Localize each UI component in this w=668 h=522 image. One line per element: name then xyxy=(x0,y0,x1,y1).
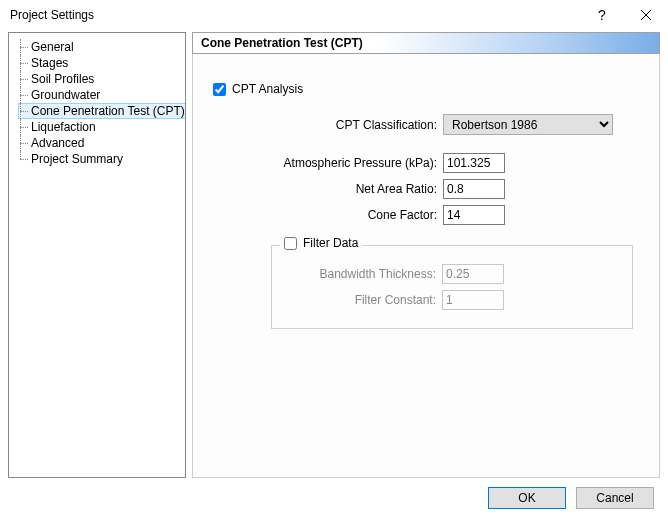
cancel-button[interactable]: Cancel xyxy=(576,487,654,509)
cone-input[interactable] xyxy=(443,205,505,225)
tree-item-label: Groundwater xyxy=(19,88,100,102)
tree-twig-icon xyxy=(17,119,29,135)
nav-tree: GeneralStagesSoil ProfilesGroundwaterCon… xyxy=(8,32,186,478)
main-panel: Cone Penetration Test (CPT) CPT Analysis… xyxy=(192,32,660,478)
tree-twig-icon xyxy=(17,39,29,55)
filter-group: Filter Data Bandwidth Thickness: Filter … xyxy=(271,245,633,329)
tree-twig-icon xyxy=(17,87,29,103)
ratio-label: Net Area Ratio: xyxy=(213,182,443,196)
pressure-input[interactable] xyxy=(443,153,505,173)
tree-item-groundwater[interactable]: Groundwater xyxy=(11,87,183,103)
title-bar: Project Settings ? xyxy=(0,0,668,30)
constant-row: Filter Constant: xyxy=(282,290,622,310)
dialog-footer: OK Cancel xyxy=(0,478,668,518)
tree-item-label: Liquefaction xyxy=(19,120,96,134)
tree-item-label: Soil Profiles xyxy=(19,72,94,86)
bandwidth-label: Bandwidth Thickness: xyxy=(282,267,442,281)
content-area: GeneralStagesSoil ProfilesGroundwaterCon… xyxy=(0,30,668,478)
tree-twig-icon xyxy=(17,135,29,151)
filter-legend: Filter Data xyxy=(280,236,362,250)
classification-label: CPT Classification: xyxy=(213,118,443,132)
window-title: Project Settings xyxy=(10,8,580,22)
classification-select[interactable]: Robertson 1986 xyxy=(443,114,613,135)
filter-checkbox[interactable] xyxy=(284,237,297,250)
classification-row: CPT Classification: Robertson 1986 xyxy=(213,114,639,135)
tree-twig-icon xyxy=(17,151,29,167)
close-icon xyxy=(641,10,651,20)
filter-legend-label[interactable]: Filter Data xyxy=(303,236,358,250)
settings-panel: CPT Analysis CPT Classification: Roberts… xyxy=(192,54,660,478)
cpt-analysis-label[interactable]: CPT Analysis xyxy=(232,82,303,96)
help-button[interactable]: ? xyxy=(580,0,624,30)
tree-item-label: Project Summary xyxy=(19,152,123,166)
ok-button[interactable]: OK xyxy=(488,487,566,509)
pressure-row: Atmospheric Pressure (kPa): xyxy=(213,153,639,173)
tree-item-cone-penetration-test-cpt[interactable]: Cone Penetration Test (CPT) xyxy=(11,103,183,119)
bandwidth-input xyxy=(442,264,504,284)
tree-twig-icon xyxy=(17,103,29,119)
ratio-input[interactable] xyxy=(443,179,505,199)
tree-item-stages[interactable]: Stages xyxy=(11,55,183,71)
tree-twig-icon xyxy=(17,55,29,71)
tree-item-label: Cone Penetration Test (CPT) xyxy=(19,104,185,118)
cone-row: Cone Factor: xyxy=(213,205,639,225)
tree-item-advanced[interactable]: Advanced xyxy=(11,135,183,151)
page-header: Cone Penetration Test (CPT) xyxy=(192,32,660,54)
bandwidth-row: Bandwidth Thickness: xyxy=(282,264,622,284)
tree-item-general[interactable]: General xyxy=(11,39,183,55)
tree-item-soil-profiles[interactable]: Soil Profiles xyxy=(11,71,183,87)
tree-item-liquefaction[interactable]: Liquefaction xyxy=(11,119,183,135)
constant-input xyxy=(442,290,504,310)
ratio-row: Net Area Ratio: xyxy=(213,179,639,199)
tree-twig-icon xyxy=(17,71,29,87)
cpt-analysis-checkbox[interactable] xyxy=(213,83,226,96)
close-button[interactable] xyxy=(624,0,668,30)
pressure-label: Atmospheric Pressure (kPa): xyxy=(213,156,443,170)
constant-label: Filter Constant: xyxy=(282,293,442,307)
tree-item-project-summary[interactable]: Project Summary xyxy=(11,151,183,167)
cpt-analysis-row: CPT Analysis xyxy=(213,82,639,96)
cone-label: Cone Factor: xyxy=(213,208,443,222)
